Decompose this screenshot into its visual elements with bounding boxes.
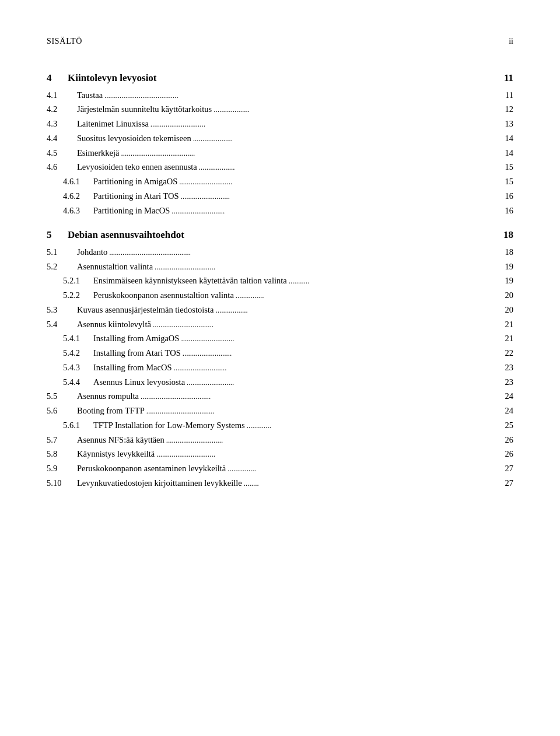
- sub-entry-page: 23: [496, 376, 513, 389]
- sub-entry-page: 19: [496, 275, 513, 288]
- sub-entry-dots: .........................: [187, 377, 494, 388]
- toc-entry-4-6: 4.6 Levyosioiden teko ennen asennusta ..…: [47, 161, 513, 174]
- sub-entry-dots: ............................: [179, 176, 494, 188]
- toc-entry-4-2: 4.2 Järjestelmän suunniteltu käyttötarko…: [47, 103, 513, 116]
- entry-title: Booting from TFTP: [77, 405, 145, 418]
- chapter-5-row: 5 Debian asennusvaihtoehdot 18: [47, 227, 513, 243]
- toc-entry-5-2-2: 5.2.2 Peruskokoonpanon asennustaltion va…: [47, 289, 513, 302]
- entry-number: 4.4: [47, 132, 77, 145]
- entry-number: 4.5: [47, 147, 77, 160]
- chapter-5-page: 18: [496, 227, 513, 243]
- sub-entry-dots: ...............: [236, 290, 494, 302]
- sub-entry-page: 20: [496, 289, 513, 302]
- sub-entry-title: Partitioning in Atari TOS: [93, 190, 179, 203]
- entry-number: 5.6: [47, 405, 77, 418]
- toc-entry-5-1: 5.1 Johdanto ...........................…: [47, 246, 513, 259]
- toc-entry-4-3: 4.3 Laitenimet Linuxissa ...............…: [47, 118, 513, 131]
- toc-entry-5-10: 5.10 Levynkuvatiedostojen kirjoittaminen…: [47, 477, 513, 490]
- entry-number: 5.9: [47, 462, 77, 475]
- entry-title: Asennus rompulta: [77, 390, 139, 403]
- entry-title: Suositus levyosioiden tekemiseen: [77, 132, 191, 145]
- toc-entry-4-4: 4.4 Suositus levyosioiden tekemiseen ...…: [47, 132, 513, 145]
- sub-entry-number: 5.4.4: [63, 376, 93, 389]
- sub-entry-dots: ..........................: [181, 191, 495, 202]
- sub-entry-page: 22: [496, 347, 513, 360]
- entry-page: 15: [496, 161, 513, 174]
- sub-entry-page: 16: [496, 205, 513, 218]
- sub-entry-page: 25: [496, 419, 513, 432]
- entry-dots: ................................: [155, 261, 494, 273]
- sub-entry-number: 4.6.2: [63, 190, 93, 203]
- sub-entry-page: 16: [496, 190, 513, 203]
- entry-title: Käynnistys levykkeiltä: [77, 448, 155, 461]
- entry-dots: ...................: [214, 104, 494, 115]
- entry-dots: ........................................…: [109, 247, 494, 258]
- entry-page: 13: [496, 118, 513, 131]
- entry-number: 5.4: [47, 318, 77, 331]
- toc-entry-5-7: 5.7 Asennus NFS:ää käyttäen ............…: [47, 434, 513, 447]
- toc-entry-5-4-2: 5.4.2 Installing from Atari TOS ........…: [47, 347, 513, 360]
- entry-dots: ....................................: [146, 405, 494, 417]
- entry-title: Levyosioiden teko ennen asennusta: [77, 161, 197, 174]
- entry-dots: ...................: [199, 162, 494, 173]
- toc-entry-5-9: 5.9 Peruskokoonpanon asentaminen levykke…: [47, 462, 513, 475]
- entry-dots: .....................................: [141, 391, 494, 402]
- entry-number: 5.7: [47, 434, 77, 447]
- entry-page: 26: [496, 434, 513, 447]
- sub-entry-title: Installing from AmigaOS: [93, 332, 179, 345]
- entry-page: 24: [496, 390, 513, 403]
- entry-number: 5.2: [47, 261, 77, 274]
- sub-entry-title: Installing from MacOS: [93, 362, 172, 374]
- entry-number: 5.5: [47, 390, 77, 403]
- sub-entry-page: 15: [496, 176, 513, 188]
- sub-entry-dots: ............................: [174, 362, 494, 374]
- toc-entry-5-3: 5.3 Kuvaus asennusjärjestelmän tiedostoi…: [47, 304, 513, 317]
- entry-number: 5.3: [47, 304, 77, 317]
- sub-entry-number: 4.6.3: [63, 205, 93, 218]
- entry-page: 27: [496, 462, 513, 475]
- toc-entry-5-6: 5.6 Booting from TFTP ..................…: [47, 405, 513, 418]
- header-page: ii: [509, 35, 513, 47]
- entry-number: 4.6: [47, 161, 77, 174]
- toc-entry-4-5: 4.5 Esimerkkejä ........................…: [47, 147, 513, 160]
- entry-dots: ..............................: [166, 434, 494, 446]
- entry-dots: ...............: [228, 463, 494, 475]
- entry-number: 4.3: [47, 118, 77, 131]
- entry-title: Asennustaltion valinta: [77, 261, 153, 274]
- sub-entry-number: 5.4.3: [63, 362, 93, 374]
- entry-number: 5.8: [47, 448, 77, 461]
- sub-entry-dots: .............: [247, 420, 494, 432]
- entry-dots: .......................................: [104, 90, 494, 101]
- chapter-4-number: 4: [47, 71, 68, 86]
- entry-number: 5.10: [47, 477, 77, 490]
- sub-entry-number: 5.2.1: [63, 275, 93, 288]
- chapter-5-title: Debian asennusvaihtoehdot: [68, 227, 496, 243]
- sub-entry-number: 5.2.2: [63, 289, 93, 302]
- entry-dots: .....................: [193, 133, 494, 145]
- sub-entry-page: 21: [496, 332, 513, 345]
- entry-title: Kuvaus asennusjärjestelmän tiedostoista: [77, 304, 214, 317]
- entry-page: 11: [496, 89, 513, 102]
- sub-entry-title: Partitioning in AmigaOS: [93, 176, 177, 188]
- toc-entry-5-4-3: 5.4.3 Installing from MacOS ............…: [47, 362, 513, 374]
- sub-entry-page: 23: [496, 362, 513, 374]
- toc-entry-4-6-1: 4.6.1 Partitioning in AmigaOS ..........…: [47, 176, 513, 188]
- sub-entry-dots: ............................: [181, 333, 494, 345]
- entry-number: 4.1: [47, 89, 77, 102]
- entry-number: 4.2: [47, 103, 77, 116]
- page-header: SISÄLTÖ ii: [47, 35, 513, 47]
- sub-entry-number: 5.4.1: [63, 332, 93, 345]
- entry-title: Peruskokoonpanon asentaminen levykkeiltä: [77, 462, 226, 475]
- toc-entry-4-6-3: 4.6.3 Partitioning in MacOS ............…: [47, 205, 513, 218]
- entry-dots: .......................................: [121, 148, 494, 159]
- toc-entry-5-2-1: 5.2.1 Ensimmäiseen käynnistykseen käytet…: [47, 275, 513, 288]
- entry-page: 21: [496, 318, 513, 331]
- entry-page: 18: [496, 246, 513, 259]
- chapter-5-number: 5: [47, 227, 68, 243]
- entry-title: Taustaa: [77, 89, 103, 102]
- entry-title: Laitenimet Linuxissa: [77, 118, 149, 131]
- sub-entry-title: Asennus Linux levyosiosta: [93, 376, 185, 389]
- sub-entry-number: 5.4.2: [63, 347, 93, 360]
- entry-dots: ........: [244, 478, 494, 489]
- toc-entry-5-4-1: 5.4.1 Installing from AmigaOS ..........…: [47, 332, 513, 345]
